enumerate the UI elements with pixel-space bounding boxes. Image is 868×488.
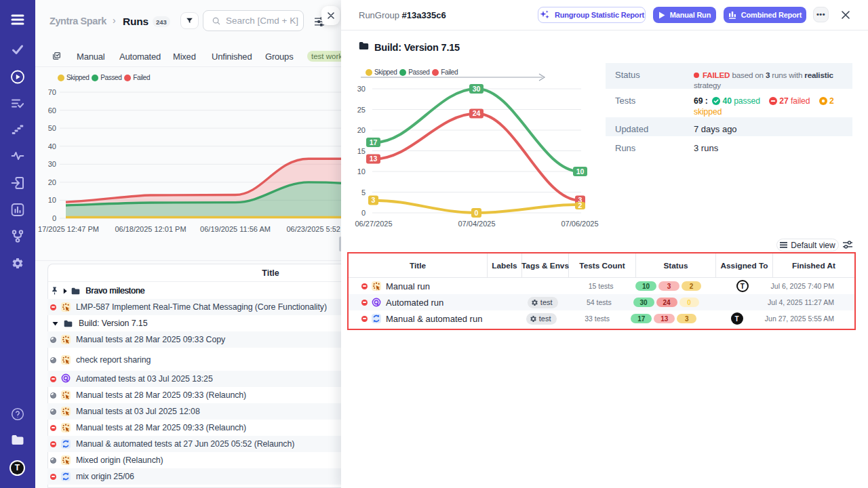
svg-text:10: 10 <box>576 167 585 176</box>
svg-text:30: 30 <box>48 160 56 168</box>
svg-text:3: 3 <box>372 196 376 204</box>
svg-text:17: 17 <box>370 138 378 146</box>
svg-text:13: 13 <box>370 155 378 163</box>
svg-text:30: 30 <box>473 85 481 93</box>
svg-text:2: 2 <box>578 201 583 209</box>
svg-text:0: 0 <box>52 214 56 222</box>
svg-text:50: 50 <box>48 124 56 132</box>
svg-text:10: 10 <box>48 196 56 204</box>
svg-text:40: 40 <box>48 142 56 150</box>
svg-text:15: 15 <box>357 147 366 155</box>
svg-text:24: 24 <box>473 109 481 117</box>
svg-text:06/18/2025 12:01 PM: 06/18/2025 12:01 PM <box>115 225 186 233</box>
svg-text:30: 30 <box>357 85 366 93</box>
svg-text:07/06/2025: 07/06/2025 <box>561 220 598 228</box>
svg-text:06/27/2025: 06/27/2025 <box>355 220 392 228</box>
svg-text:06/19/2025 11:56 AM: 06/19/2025 11:56 AM <box>200 225 271 233</box>
svg-text:07/04/2025: 07/04/2025 <box>458 220 495 228</box>
svg-text:60: 60 <box>48 106 56 115</box>
svg-text:70: 70 <box>48 88 56 96</box>
svg-text:20: 20 <box>357 126 366 134</box>
svg-text:17/2025 12:47 PM: 17/2025 12:47 PM <box>38 225 99 233</box>
svg-text:5: 5 <box>361 188 366 197</box>
svg-text:0: 0 <box>475 209 479 217</box>
svg-text:0: 0 <box>361 209 366 217</box>
svg-text:20: 20 <box>48 178 56 186</box>
svg-text:06/23/2025 5:52 PM: 06/23/2025 5:52 PM <box>286 225 341 233</box>
svg-text:10: 10 <box>357 167 366 176</box>
svg-text:25: 25 <box>357 106 366 114</box>
